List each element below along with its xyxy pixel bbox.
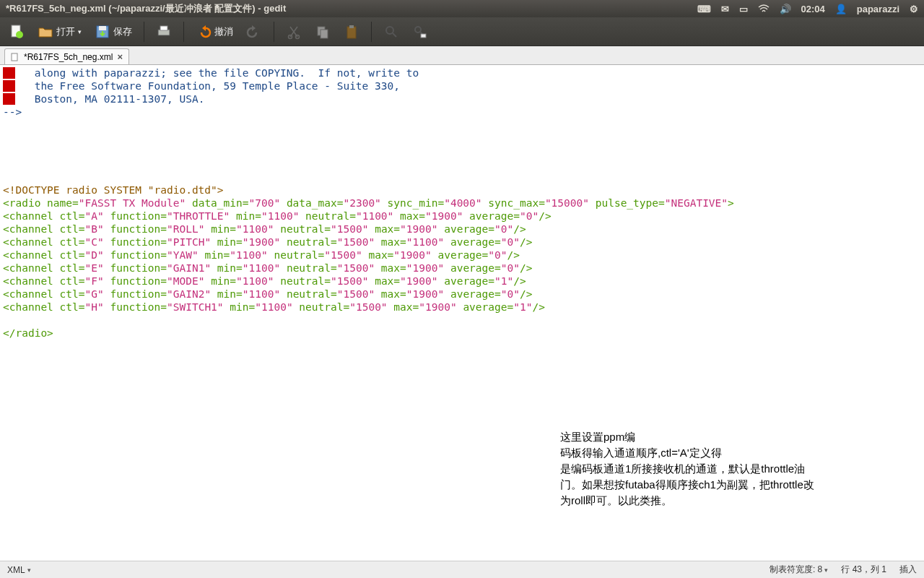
system-tray: ⌨ ✉ ▭ 🔊 02:04 👤 paparazzi ⚙ bbox=[697, 4, 919, 14]
svg-point-13 bbox=[415, 27, 421, 33]
paste-button[interactable] bbox=[339, 22, 364, 41]
copy-button[interactable] bbox=[310, 22, 335, 41]
redo-button[interactable] bbox=[242, 22, 266, 41]
username[interactable]: paparazzi bbox=[857, 4, 899, 14]
search-button[interactable] bbox=[379, 22, 404, 41]
replace-button[interactable] bbox=[408, 22, 432, 41]
save-label: 保存 bbox=[113, 25, 132, 38]
svg-rect-15 bbox=[12, 53, 17, 61]
undo-button[interactable]: 撤消 bbox=[191, 22, 237, 41]
open-button[interactable]: 打开 ▾ bbox=[33, 22, 86, 41]
mail-icon[interactable]: ✉ bbox=[721, 4, 729, 14]
svg-rect-14 bbox=[421, 34, 426, 38]
print-button[interactable] bbox=[152, 22, 176, 41]
save-button[interactable]: 保存 bbox=[90, 22, 136, 41]
text-editor[interactable]: -- along with paparazzi; see the file CO… bbox=[0, 65, 924, 561]
open-label: 打开 bbox=[56, 25, 75, 38]
tab-bar: *R617FS_5ch_neg.xml × bbox=[0, 46, 924, 65]
volume-icon[interactable]: 🔊 bbox=[780, 4, 791, 14]
battery-icon[interactable]: ▭ bbox=[739, 4, 748, 14]
main-toolbar: 打开 ▾ 保存 撤消 bbox=[0, 17, 924, 46]
clock[interactable]: 02:04 bbox=[801, 4, 825, 14]
user-icon[interactable]: 👤 bbox=[835, 4, 847, 14]
new-file-button[interactable] bbox=[4, 22, 29, 41]
tab-width-selector[interactable]: 制表符宽度: 8 bbox=[770, 564, 828, 576]
tab-name: *R617FS_5ch_neg.xml bbox=[24, 52, 113, 62]
svg-rect-3 bbox=[99, 26, 106, 30]
language-selector[interactable]: XML bbox=[7, 565, 31, 575]
cut-button[interactable] bbox=[282, 22, 306, 41]
svg-rect-11 bbox=[349, 25, 354, 28]
annotation-overlay: 这里设置ppm编码板得输入通道顺序,ctl='A'定义得是编码板通道1所接接收机… bbox=[560, 429, 899, 509]
file-tab[interactable]: *R617FS_5ch_neg.xml × bbox=[4, 48, 129, 64]
svg-rect-5 bbox=[160, 26, 167, 30]
wifi-icon[interactable] bbox=[758, 4, 770, 13]
window-titlebar: *R617FS_5ch_neg.xml (~/paparazzi/最近冲浪者 配… bbox=[0, 0, 924, 17]
window-title: *R617FS_5ch_neg.xml (~/paparazzi/最近冲浪者 配… bbox=[6, 2, 697, 15]
status-bar: XML 制表符宽度: 8 行 43，列 1 插入 bbox=[0, 561, 924, 578]
insert-mode: 插入 bbox=[899, 564, 917, 576]
cursor-position: 行 43，列 1 bbox=[841, 564, 886, 576]
file-icon bbox=[11, 53, 19, 61]
close-tab-icon[interactable]: × bbox=[117, 51, 123, 62]
svg-point-12 bbox=[386, 27, 393, 34]
keyboard-icon[interactable]: ⌨ bbox=[697, 4, 711, 14]
undo-label: 撤消 bbox=[214, 25, 233, 38]
gear-icon[interactable]: ⚙ bbox=[910, 4, 918, 14]
svg-rect-10 bbox=[347, 27, 356, 38]
svg-rect-9 bbox=[321, 30, 328, 38]
svg-point-1 bbox=[16, 31, 23, 38]
